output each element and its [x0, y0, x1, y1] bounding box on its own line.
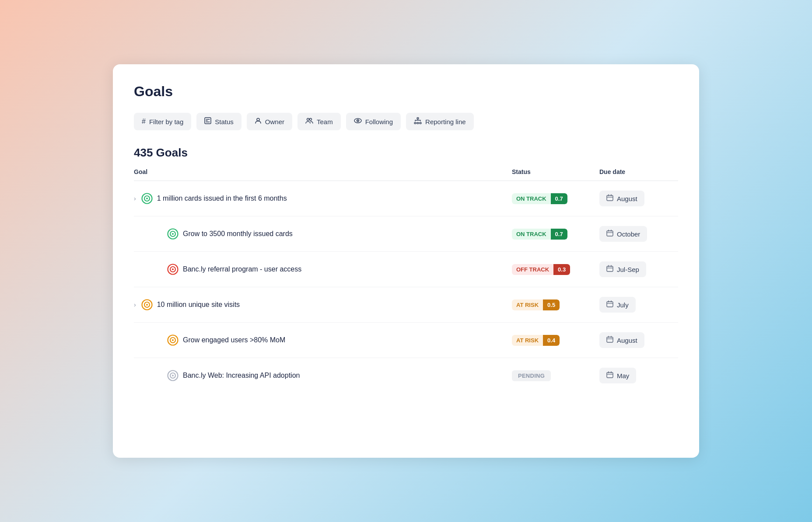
filter-status-button[interactable]: Status — [196, 113, 242, 130]
table-row: Grow engaged users >80% MoM AT RISK 0.4 … — [134, 323, 678, 358]
svg-point-25 — [146, 304, 148, 306]
goal-label[interactable]: 1 million cards issued in the first 6 mo… — [157, 195, 287, 202]
status-cell: AT RISK 0.5 — [512, 299, 599, 310]
goal-label[interactable]: Grow engaged users >80% MoM — [183, 336, 285, 344]
svg-rect-8 — [414, 122, 416, 124]
due-date: Jul-Sep — [599, 261, 646, 277]
due-date: July — [599, 297, 636, 313]
due-date: May — [599, 368, 636, 383]
svg-rect-9 — [417, 122, 419, 124]
goal-name: › 10 million unique site visits — [134, 299, 512, 310]
owner-icon — [255, 117, 262, 126]
chevron-icon[interactable]: › — [134, 195, 136, 202]
table-row: › 1 million cards issued in the first 6 … — [134, 181, 678, 216]
hash-icon: # — [142, 118, 146, 125]
status-badge: ON TRACK 0.7 — [512, 229, 567, 240]
goal-label[interactable]: Banc.ly referral program - user access — [183, 265, 301, 273]
filter-team-button[interactable]: Team — [298, 113, 341, 130]
calendar-icon — [606, 230, 613, 238]
col-header-goal: Goal — [134, 168, 512, 175]
goal-icon-on-track-circle — [141, 193, 153, 204]
due-date-text: Jul-Sep — [617, 266, 639, 273]
due-date: August — [599, 332, 644, 348]
calendar-icon — [606, 300, 613, 309]
due-date-text: August — [617, 337, 637, 344]
svg-rect-14 — [607, 195, 613, 201]
svg-point-29 — [172, 339, 174, 341]
status-badge: ON TRACK 0.7 — [512, 193, 567, 204]
eye-icon — [354, 118, 362, 125]
filter-owner-button[interactable]: Owner — [247, 113, 292, 130]
filter-following-button[interactable]: Following — [346, 113, 401, 130]
goal-name: › 1 million cards issued in the first 6 … — [134, 193, 512, 204]
table-row: Grow to 3500 monthly issued cards ON TRA… — [134, 216, 678, 252]
filter-reporting-button[interactable]: Reporting line — [406, 113, 474, 130]
filter-tag-button[interactable]: # Filter by tag — [134, 113, 191, 130]
goal-icon-on-track-circle — [167, 228, 178, 240]
filter-bar: # Filter by tag Status Owner — [134, 113, 678, 130]
status-cell: ON TRACK 0.7 — [512, 193, 599, 204]
goal-icon-pending-circle — [167, 370, 178, 381]
status-cell: PENDING — [512, 370, 599, 381]
reporting-icon — [414, 117, 422, 126]
due-date-cell: August — [599, 191, 678, 206]
due-date-cell: July — [599, 297, 678, 313]
status-icon — [204, 117, 211, 126]
svg-rect-0 — [205, 118, 211, 124]
status-cell: ON TRACK 0.7 — [512, 229, 599, 240]
svg-rect-34 — [607, 372, 613, 378]
svg-rect-30 — [607, 337, 613, 342]
status-badge: AT RISK 0.5 — [512, 299, 560, 310]
calendar-icon — [606, 371, 613, 380]
svg-rect-18 — [607, 231, 613, 236]
col-header-due: Due date — [599, 168, 678, 175]
due-date-cell: Jul-Sep — [599, 261, 678, 277]
goals-count: 435 Goals — [134, 146, 678, 160]
goal-label[interactable]: 10 million unique site visits — [157, 301, 240, 309]
goal-name: Grow to 3500 monthly issued cards — [134, 228, 512, 240]
svg-point-1 — [257, 118, 259, 121]
table-row: Banc.ly referral program - user access O… — [134, 252, 678, 287]
goal-icon-at-risk-circle — [167, 334, 178, 346]
due-date: August — [599, 191, 644, 206]
calendar-icon — [606, 336, 613, 345]
svg-rect-22 — [607, 266, 613, 271]
goal-icon-at-risk-circle — [141, 299, 153, 310]
due-date: October — [599, 226, 647, 242]
svg-point-33 — [172, 375, 174, 376]
status-badge: OFF TRACK 0.3 — [512, 264, 570, 275]
svg-rect-26 — [607, 302, 613, 307]
status-badge: PENDING — [512, 370, 551, 381]
calendar-icon — [606, 194, 613, 203]
goal-name: Banc.ly Web: Increasing API adoption — [134, 370, 512, 381]
svg-point-6 — [357, 120, 358, 121]
team-icon — [305, 117, 313, 126]
table-header: Goal Status Due date — [134, 168, 678, 181]
status-cell: OFF TRACK 0.3 — [512, 264, 599, 275]
due-date-cell: August — [599, 332, 678, 348]
goal-label[interactable]: Grow to 3500 monthly issued cards — [183, 230, 293, 238]
goals-card: Goals # Filter by tag Status Owner — [113, 64, 699, 458]
due-date-cell: October — [599, 226, 678, 242]
svg-rect-10 — [420, 122, 421, 124]
due-date-text: May — [617, 372, 629, 379]
due-date-text: July — [617, 301, 629, 309]
col-header-status: Status — [512, 168, 599, 175]
svg-point-2 — [307, 118, 309, 121]
svg-point-21 — [172, 268, 174, 270]
chevron-icon[interactable]: › — [134, 301, 136, 308]
table-row: Banc.ly Web: Increasing API adoption PEN… — [134, 358, 678, 393]
status-badge: AT RISK 0.4 — [512, 335, 560, 346]
goals-list: › 1 million cards issued in the first 6 … — [134, 181, 678, 393]
svg-point-13 — [146, 198, 148, 199]
svg-point-3 — [310, 118, 312, 121]
goal-name: Banc.ly referral program - user access — [134, 264, 512, 275]
due-date-cell: May — [599, 368, 678, 383]
goal-label[interactable]: Banc.ly Web: Increasing API adoption — [183, 372, 300, 379]
due-date-text: August — [617, 195, 637, 202]
page-title: Goals — [134, 84, 678, 100]
goal-name: Grow engaged users >80% MoM — [134, 334, 512, 346]
calendar-icon — [606, 265, 613, 274]
status-cell: AT RISK 0.4 — [512, 335, 599, 346]
table-row: › 10 million unique site visits AT RISK … — [134, 287, 678, 323]
